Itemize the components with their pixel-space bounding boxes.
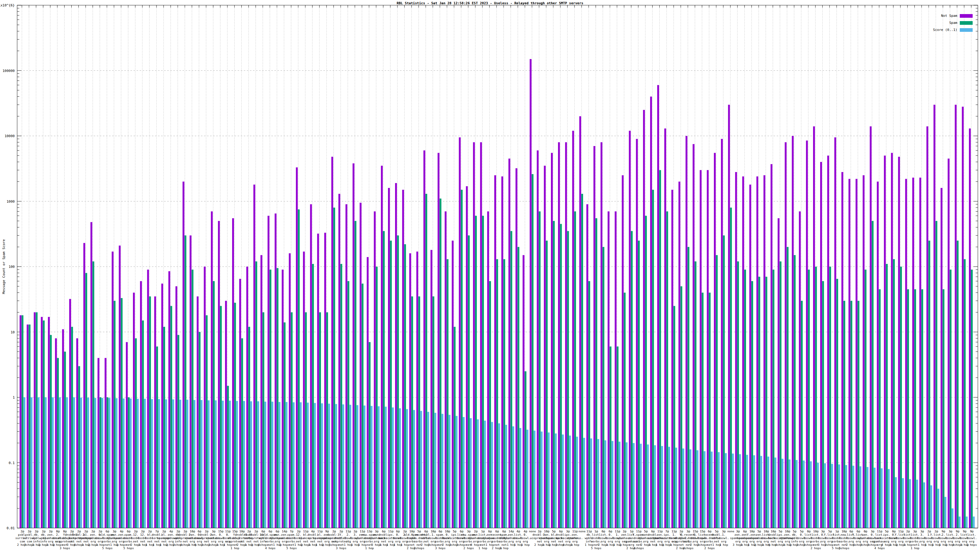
bar-score	[200, 400, 202, 528]
bar-score	[335, 404, 337, 528]
x-tick-label: 5@	[828, 530, 832, 533]
bar-score	[264, 402, 266, 528]
x-tick-label: 6@	[460, 530, 464, 533]
bar-spam	[454, 327, 456, 528]
bar-score	[222, 401, 224, 528]
y-tick-label: 1	[13, 395, 15, 400]
bar-not-spam	[119, 246, 121, 528]
x-tick-label: 6@	[269, 530, 272, 533]
bar-score	[668, 447, 670, 528]
x-tick-label: net	[835, 543, 840, 546]
bar-not-spam	[742, 176, 744, 528]
bar-spam	[433, 296, 434, 528]
bar-not-spam	[133, 293, 135, 528]
x-tick-label: 2@	[906, 530, 910, 533]
bar-score	[385, 407, 387, 528]
bar-score	[519, 428, 521, 528]
bar-spam	[21, 315, 23, 528]
x-tick-label: 3.	[920, 533, 924, 536]
x-tick-label: info	[40, 540, 47, 543]
x-tick-label: 11@	[615, 530, 620, 533]
bar-not-spam	[806, 140, 808, 528]
bar-score	[116, 398, 118, 528]
bar-spam	[439, 198, 441, 528]
bar-score	[484, 421, 486, 528]
bar-not-spam	[551, 153, 553, 528]
x-tick-label: spamhaus.	[567, 536, 583, 540]
x-tick-label: 2.	[346, 533, 350, 536]
bar-not-spam	[714, 153, 716, 528]
bar-spam	[86, 273, 87, 528]
x-tick-label: 11@	[671, 530, 677, 533]
x-tick-label: 2 hops	[705, 546, 715, 550]
x-tick-label: 5@	[800, 530, 803, 533]
y-tick-label: 0.01	[7, 526, 15, 530]
x-tick-label: bl.	[161, 533, 167, 536]
bar-score	[243, 401, 245, 528]
x-tick-label: 2@	[134, 530, 137, 533]
bar-score	[775, 457, 776, 528]
x-tick-label: 5@	[885, 530, 889, 533]
bar-not-spam	[601, 142, 602, 528]
bar-not-spam	[926, 126, 928, 528]
bar-not-spam	[487, 211, 489, 528]
x-tick-label: org	[452, 540, 457, 543]
x-tick-label: 1 hop	[478, 546, 487, 550]
bar-spam	[142, 321, 144, 528]
bar-spam	[511, 231, 512, 528]
x-tick-label: 1 hop	[96, 543, 105, 546]
bar-not-spam	[686, 136, 687, 528]
x-tick-label: org	[785, 540, 790, 543]
legend-label-score: Score (0..1)	[933, 28, 957, 32]
bar-spam	[829, 267, 831, 528]
bar-score	[860, 466, 861, 528]
legend-label-spam: Spam	[950, 21, 958, 25]
x-tick-label: org	[657, 540, 662, 543]
x-tick-label: net	[105, 543, 110, 546]
x-tick-label: org	[544, 540, 549, 543]
x-tick-label: 5@	[453, 530, 456, 533]
x-tick-label: db.	[34, 533, 39, 536]
bar-spam	[64, 352, 66, 528]
x-tick-label: dnsbl.	[711, 533, 722, 536]
bar-not-spam	[643, 110, 645, 528]
bar-not-spam	[154, 296, 156, 528]
x-tick-label: 4 hops	[683, 546, 694, 550]
bar-not-spam	[55, 338, 57, 528]
bar-score	[24, 397, 25, 528]
x-tick-label: 10@	[190, 530, 195, 533]
bar-spam	[872, 221, 873, 528]
bar-not-spam	[898, 157, 900, 528]
x-tick-label: org	[742, 540, 748, 543]
bar-not-spam	[664, 129, 666, 528]
x-tick-label: sorbs.	[364, 540, 375, 543]
bar-not-spam	[615, 211, 616, 528]
x-tick-label: com	[20, 540, 25, 543]
x-tick-label: net	[296, 540, 301, 543]
x-tick-label: 6@	[396, 530, 400, 533]
x-tick-label: 5 hops	[839, 546, 849, 550]
bar-not-spam	[197, 296, 199, 528]
bar-spam	[163, 327, 165, 528]
bar-spam	[539, 211, 541, 528]
bar-spam	[277, 268, 278, 528]
bar-spam	[503, 259, 505, 528]
bar-score	[463, 417, 465, 528]
bar-not-spam	[169, 271, 170, 528]
x-tick-label: org	[934, 540, 939, 543]
bar-score	[576, 437, 578, 528]
bar-spam	[185, 235, 186, 528]
bar-spam	[283, 322, 285, 528]
x-tick-label: dnswl.	[967, 536, 977, 540]
x-tick-label: 0.	[609, 533, 612, 536]
x-tick-label: 0.	[871, 533, 874, 536]
chart-title: RBL Statistics - Sat Jan 28 12:58:26 EST…	[0, 1, 980, 5]
bar-not-spam	[522, 255, 524, 528]
x-tick-label: zen.	[862, 533, 869, 536]
x-tick-label: 9@	[963, 530, 967, 533]
x-tick-label: ips.	[387, 533, 394, 536]
bar-not-spam	[827, 156, 829, 528]
bar-not-spam	[189, 235, 191, 528]
x-tick-label: org	[629, 543, 634, 546]
bar-spam	[489, 281, 491, 528]
